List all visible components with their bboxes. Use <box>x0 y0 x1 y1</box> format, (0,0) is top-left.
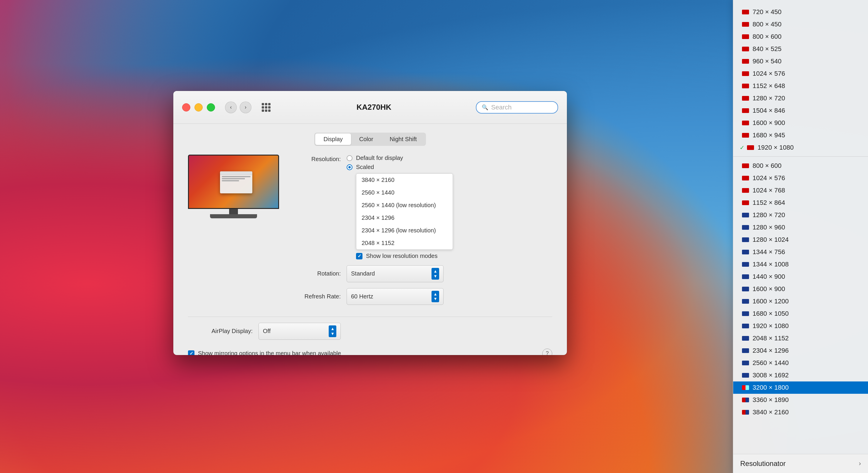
refresh-rate-select[interactable]: 60 Hertz ▲ ▼ <box>347 288 443 305</box>
sidebar-footer[interactable]: Resolutionator › <box>733 454 868 473</box>
sidebar-item-840x525[interactable]: 840 × 525 <box>733 43 868 55</box>
help-button[interactable]: ? <box>542 348 552 355</box>
back-button[interactable]: ‹ <box>225 102 237 113</box>
res-label: 1024 × 576 <box>752 174 785 182</box>
resolution-settings: Resolution: Default for display Scaled <box>294 155 552 311</box>
sidebar-item-1504x846[interactable]: 1504 × 846 <box>733 104 868 117</box>
titlebar: ‹ › KA270HK 🔍 <box>173 91 567 124</box>
flag-icon <box>742 22 749 27</box>
airplay-arrows: ▲ ▼ <box>329 326 336 337</box>
sidebar-item-1024x768[interactable]: 1024 × 768 <box>733 184 868 197</box>
res-item-4[interactable]: 2304 × 1296 (low resolution) <box>356 224 453 237</box>
monitor-dialog <box>220 171 252 193</box>
sidebar-item-960x540[interactable]: 960 × 540 <box>733 55 868 67</box>
sidebar-item-2048x1152[interactable]: 2048 × 1152 <box>733 332 868 344</box>
sidebar-item-1680x945[interactable]: 1680 × 945 <box>733 129 868 141</box>
down-arrow: ▼ <box>433 274 437 279</box>
res-label: 1344 × 756 <box>752 248 785 256</box>
airplay-row: AirPlay Display: Off ▲ ▼ <box>188 323 552 340</box>
sidebar-item-1920x1080-2[interactable]: 1920 × 1080 <box>733 320 868 332</box>
search-input[interactable] <box>491 104 550 111</box>
sidebar-item-3200x1800[interactable]: 3200 × 1800 <box>733 381 868 394</box>
sidebar-item-720x450[interactable]: 720 × 450 <box>733 6 868 18</box>
sidebar-item-1152x864[interactable]: 1152 × 864 <box>733 197 868 209</box>
flag-icon <box>742 410 749 415</box>
minimize-button[interactable] <box>194 103 203 111</box>
sidebar-item-3840x2160[interactable]: 3840 × 2160 <box>733 406 868 418</box>
window-title: KA270HK <box>279 103 469 112</box>
grid-button[interactable] <box>260 102 272 113</box>
maximize-button[interactable] <box>207 103 215 111</box>
show-lowres-checkbox[interactable]: ✓ <box>356 253 363 259</box>
res-item-3[interactable]: 2304 × 1296 <box>356 211 453 224</box>
airplay-select[interactable]: Off ▲ ▼ <box>258 323 341 340</box>
forward-button[interactable]: › <box>240 102 251 113</box>
search-box[interactable]: 🔍 <box>476 101 558 113</box>
show-lowres-row: ✓ Show low resolution modes <box>356 252 453 259</box>
sidebar-item-1600x900-1[interactable]: 1600 × 900 <box>733 117 868 129</box>
radio-scaled-label: Scaled <box>356 164 374 170</box>
res-item-1[interactable]: 2560 × 1440 <box>356 186 453 199</box>
flag-icon <box>742 188 749 193</box>
res-label: 2304 × 1296 <box>752 347 789 354</box>
sidebar-item-2304x1296[interactable]: 2304 × 1296 <box>733 344 868 357</box>
sidebar-item-1024x576-2[interactable]: 1024 × 576 <box>733 172 868 184</box>
up-arrow-3: ▲ <box>331 326 335 331</box>
radio-scaled-circle <box>347 164 352 170</box>
sidebar-item-1600x900-2[interactable]: 1600 × 900 <box>733 283 868 295</box>
sidebar-item-1680x1050[interactable]: 1680 × 1050 <box>733 307 868 320</box>
flag-icon <box>742 237 749 242</box>
res-label: 3360 × 1890 <box>752 396 789 404</box>
down-arrow-3: ▼ <box>331 331 335 336</box>
sidebar-item-1600x1200[interactable]: 1600 × 1200 <box>733 295 868 307</box>
sidebar-item-1280x960[interactable]: 1280 × 960 <box>733 221 868 234</box>
sidebar-item-800x600-1[interactable]: 800 × 600 <box>733 31 868 43</box>
sidebar-item-1280x1024[interactable]: 1280 × 1024 <box>733 234 868 246</box>
res-label: 800 × 450 <box>752 21 781 28</box>
res-label: 1280 × 720 <box>752 211 785 219</box>
mirror-checkbox[interactable]: ✓ <box>188 350 194 355</box>
sidebar-item-800x600-2[interactable]: 800 × 600 <box>733 160 868 172</box>
radio-scaled[interactable]: Scaled <box>347 164 453 170</box>
res-item-2[interactable]: 2560 × 1440 (low resolution) <box>356 199 453 211</box>
sidebar-item-3008x1692[interactable]: 3008 × 1692 <box>733 369 868 381</box>
sidebar-item-1280x720-2[interactable]: 1280 × 720 <box>733 209 868 221</box>
resolution-list: 3840 × 2160 2560 × 1440 2560 × 1440 (low… <box>356 173 453 250</box>
radio-default[interactable]: Default for display <box>347 155 453 161</box>
sidebar-item-800x450[interactable]: 800 × 450 <box>733 18 868 31</box>
rotation-select[interactable]: Standard ▲ ▼ <box>347 265 443 282</box>
close-button[interactable] <box>182 103 190 111</box>
res-item-0[interactable]: 3840 × 2160 <box>356 174 453 186</box>
radio-default-label: Default for display <box>356 155 403 161</box>
tab-color[interactable]: Color <box>351 134 381 145</box>
res-label: 1024 × 576 <box>752 70 785 77</box>
flag-icon <box>742 262 749 267</box>
mirror-check-icon: ✓ <box>189 351 193 355</box>
sidebar-item-3360x1890[interactable]: 3360 × 1890 <box>733 394 868 406</box>
res-label: 3008 × 1692 <box>752 371 789 379</box>
flag-icon <box>742 361 749 365</box>
tab-night-shift[interactable]: Night Shift <box>381 134 425 145</box>
flag-icon <box>742 163 749 168</box>
sidebar-item-2560x1440[interactable]: 2560 × 1440 <box>733 357 868 369</box>
down-arrow-2: ▼ <box>433 296 437 301</box>
sidebar-item-1920x1080-checked[interactable]: ✓ 1920 × 1080 <box>733 141 868 154</box>
mirror-checkbox-row: ✓ Show mirroring options in the menu bar… <box>188 350 341 355</box>
sidebar-item-1280x720-1[interactable]: 1280 × 720 <box>733 92 868 104</box>
resolution-options-list: Default for display Scaled <box>347 155 453 170</box>
sidebar-item-1344x756[interactable]: 1344 × 756 <box>733 246 868 258</box>
res-label: 1600 × 1200 <box>752 298 789 305</box>
tab-display[interactable]: Display <box>315 134 351 145</box>
sidebar-item-1024x576-1[interactable]: 1024 × 576 <box>733 67 868 80</box>
flag-icon <box>742 83 749 88</box>
sidebar-item-1152x648[interactable]: 1152 × 648 <box>733 80 868 92</box>
flag-icon <box>742 373 749 378</box>
mirror-label: Show mirroring options in the menu bar w… <box>198 350 341 355</box>
bottom-section: ✓ Show mirroring options in the menu bar… <box>188 346 552 355</box>
sidebar-item-1344x1008[interactable]: 1344 × 1008 <box>733 258 868 271</box>
tabs-container: Display Color Night Shift <box>188 133 552 146</box>
flag-icon <box>742 213 749 217</box>
sidebar-item-1440x900[interactable]: 1440 × 900 <box>733 271 868 283</box>
res-label: 1152 × 648 <box>752 82 785 90</box>
res-item-5[interactable]: 2048 × 1152 <box>356 237 453 249</box>
